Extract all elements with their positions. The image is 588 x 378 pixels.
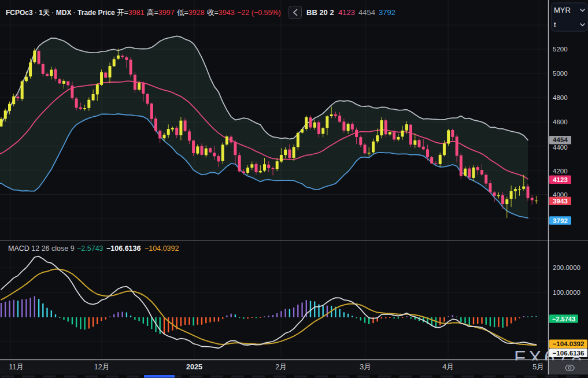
svg-text:4123: 4123 <box>553 176 568 183</box>
svg-text:4200: 4200 <box>553 168 568 175</box>
svg-text:MACD 12 26 close 9: MACD 12 26 close 9 <box>8 244 75 253</box>
svg-text:BB 20 2: BB 20 2 <box>306 8 334 17</box>
svg-text:3792: 3792 <box>553 217 568 224</box>
svg-text:t: t <box>554 20 556 29</box>
svg-text:3792: 3792 <box>379 8 395 17</box>
svg-text:收=3943: 收=3943 <box>207 9 235 17</box>
svg-text:4454: 4454 <box>358 8 375 17</box>
svg-text:2月: 2月 <box>275 363 286 371</box>
svg-text:3943: 3943 <box>553 198 568 205</box>
svg-text:−104.0392: −104.0392 <box>145 244 179 253</box>
svg-text:4400: 4400 <box>553 144 568 151</box>
svg-text:−106.6136: −106.6136 <box>106 244 140 253</box>
svg-text:11月: 11月 <box>9 363 23 371</box>
svg-text:100.0000: 100.0000 <box>553 289 580 296</box>
svg-text:4600: 4600 <box>553 118 568 125</box>
svg-text:5000: 5000 <box>553 70 568 77</box>
svg-text:−2.5743: −2.5743 <box>77 244 103 253</box>
svg-text:−2.5743: −2.5743 <box>552 316 575 323</box>
svg-text:低=3928: 低=3928 <box>177 9 205 17</box>
svg-text:4123: 4123 <box>338 8 355 17</box>
svg-text:2025: 2025 <box>186 363 202 371</box>
svg-text:4月: 4月 <box>442 363 453 371</box>
svg-text:200.0000: 200.0000 <box>553 264 580 271</box>
svg-text:5月: 5月 <box>532 363 543 371</box>
svg-text:−106.6136: −106.6136 <box>553 350 585 357</box>
svg-text:MYR: MYR <box>554 6 571 14</box>
svg-text:3月: 3月 <box>360 363 371 371</box>
svg-text:−22 (−0.55%): −22 (−0.55%) <box>237 9 281 17</box>
svg-text:4800: 4800 <box>553 94 568 101</box>
svg-text:4454: 4454 <box>553 136 568 143</box>
svg-text:12月: 12月 <box>94 363 109 371</box>
svg-text:5200: 5200 <box>553 46 568 53</box>
svg-text:FCPOc3 · 1天 · MDX · Trade Pric: FCPOc3 · 1天 · MDX · Trade Price <box>6 9 115 17</box>
svg-text:开=3981: 开=3981 <box>117 9 145 17</box>
svg-text:−104.0392: −104.0392 <box>553 340 585 347</box>
svg-text:高=3997: 高=3997 <box>147 9 175 17</box>
